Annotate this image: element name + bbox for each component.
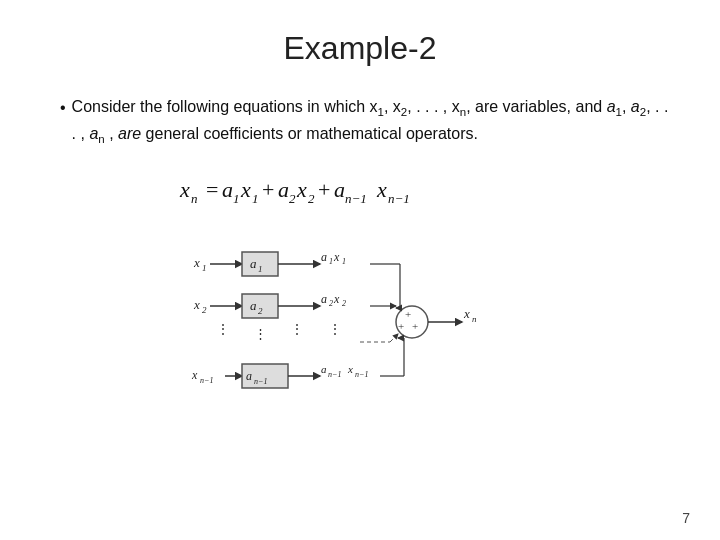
svg-text:+: + — [318, 177, 330, 202]
svg-text:a: a — [321, 363, 327, 375]
svg-text:n: n — [191, 191, 198, 206]
svg-text:a: a — [334, 177, 345, 202]
svg-text:a: a — [321, 292, 327, 306]
svg-text:2: 2 — [308, 191, 315, 206]
svg-text:=: = — [206, 177, 218, 202]
diagram-svg: x 1 a 1 a 1 x 1 x 2 a 2 a — [190, 234, 530, 434]
bullet-text: • Consider the following equations in wh… — [60, 95, 670, 149]
svg-text:n−1: n−1 — [388, 191, 410, 206]
svg-text:x: x — [179, 177, 190, 202]
svg-text:a: a — [250, 256, 257, 271]
formula-svg: x n = a 1 x 1 + a 2 x 2 + a n−1 x n−1 — [170, 167, 550, 211]
svg-text:x: x — [463, 306, 470, 321]
svg-text:a: a — [222, 177, 233, 202]
svg-text:x: x — [193, 297, 200, 312]
svg-text:+: + — [405, 308, 411, 320]
svg-text:⋮: ⋮ — [216, 322, 230, 337]
svg-text:2: 2 — [202, 305, 207, 315]
svg-text:a: a — [250, 298, 257, 313]
svg-text:n−1: n−1 — [345, 191, 367, 206]
svg-text:2: 2 — [342, 299, 346, 308]
svg-text:1: 1 — [202, 263, 207, 273]
svg-text:1: 1 — [329, 257, 333, 266]
svg-text:n: n — [472, 314, 477, 324]
svg-text:x: x — [296, 177, 307, 202]
svg-text:x: x — [347, 363, 353, 375]
svg-text:x: x — [333, 292, 340, 306]
svg-text:+: + — [412, 320, 418, 332]
svg-text:a: a — [246, 369, 252, 383]
bullet-content: Consider the following equations in whic… — [72, 95, 670, 149]
svg-text:2: 2 — [258, 306, 263, 316]
svg-text:+: + — [398, 320, 404, 332]
svg-text:2: 2 — [289, 191, 296, 206]
svg-text:1: 1 — [233, 191, 240, 206]
svg-text:x: x — [193, 255, 200, 270]
slide: Example-2 • Consider the following equat… — [0, 0, 720, 540]
page-number: 7 — [682, 510, 690, 526]
svg-text:x: x — [333, 250, 340, 264]
svg-line-66 — [390, 334, 398, 342]
svg-text:⋮: ⋮ — [290, 322, 304, 337]
svg-text:n−1: n−1 — [328, 370, 341, 379]
svg-text:a: a — [321, 250, 327, 264]
svg-text:x: x — [191, 368, 198, 382]
svg-text:1: 1 — [252, 191, 259, 206]
svg-text:a: a — [278, 177, 289, 202]
svg-text:1: 1 — [258, 264, 263, 274]
svg-text:n−1: n−1 — [200, 376, 213, 385]
svg-text:+: + — [262, 177, 274, 202]
svg-text:n−1: n−1 — [355, 370, 368, 379]
slide-title: Example-2 — [50, 30, 670, 67]
svg-text:x: x — [240, 177, 251, 202]
svg-text:⋮: ⋮ — [328, 322, 342, 337]
bullet-dot: • — [60, 96, 66, 149]
diagram-area: x 1 a 1 a 1 x 1 x 2 a 2 a — [50, 234, 670, 434]
svg-text:n−1: n−1 — [254, 377, 267, 386]
svg-text:1: 1 — [342, 257, 346, 266]
formula-area: x n = a 1 x 1 + a 2 x 2 + a n−1 x n−1 — [50, 167, 670, 216]
svg-text:x: x — [376, 177, 387, 202]
bullet-section: • Consider the following equations in wh… — [60, 95, 670, 149]
svg-text:⋮: ⋮ — [254, 326, 267, 341]
svg-text:2: 2 — [329, 299, 333, 308]
